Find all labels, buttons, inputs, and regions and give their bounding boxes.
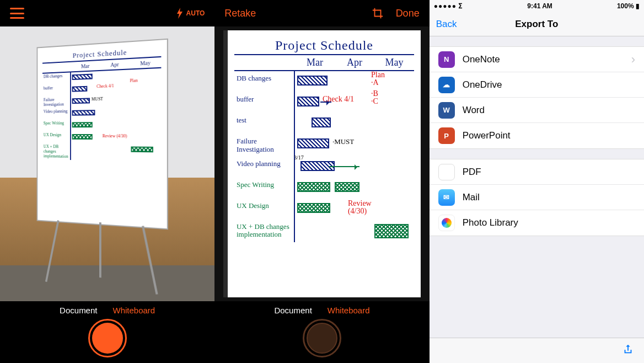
flash-toggle[interactable]: AUTO bbox=[176, 8, 205, 19]
export-label: Photo Library bbox=[463, 217, 518, 228]
mode-document-2[interactable]: Document bbox=[274, 306, 312, 315]
status-time: 9:41 AM bbox=[527, 2, 552, 10]
export-title: Export To bbox=[515, 19, 558, 30]
export-label: PDF bbox=[463, 167, 481, 178]
wb-month-apr: Apr bbox=[335, 55, 374, 71]
camera-viewfinder[interactable]: Project Schedule Mar Apr May DB changes … bbox=[0, 26, 214, 301]
export-label: Word bbox=[463, 105, 485, 116]
wb-note-check: Check 4/1 bbox=[323, 95, 354, 103]
easel-whiteboard: Project Schedule Mar Apr May DB changes … bbox=[37, 39, 168, 230]
export-panel: ●●●●● ⵉ 9:41 AM 100% ▮ Back Export To N … bbox=[430, 0, 644, 363]
wb-row-spec: Spec Writing bbox=[234, 178, 295, 199]
ios-status-bar: ●●●●● ⵉ 9:41 AM 100% ▮ bbox=[430, 0, 644, 12]
mode-document[interactable]: Document bbox=[60, 306, 97, 315]
pdf-icon: PDF bbox=[438, 164, 455, 180]
word-icon: W bbox=[438, 102, 455, 119]
capture-mode-strip[interactable]: Document Whiteboard bbox=[60, 301, 155, 315]
back-button[interactable]: Back bbox=[436, 19, 457, 30]
mode-whiteboard-2[interactable]: Whiteboard bbox=[328, 306, 370, 315]
flash-mode-label: AUTO bbox=[186, 9, 205, 17]
export-label: Mail bbox=[463, 192, 480, 203]
review-bottom-bar: Document Whiteboard bbox=[214, 301, 429, 363]
menu-icon[interactable] bbox=[10, 8, 24, 19]
export-word[interactable]: W Word bbox=[430, 98, 644, 123]
mail-icon: ✉ bbox=[438, 189, 455, 206]
processed-whiteboard: Project Schedule Mar Apr May DB changes … bbox=[223, 30, 421, 297]
shutter-button-disabled bbox=[303, 319, 341, 357]
wb-row-failure: Failure Investigation bbox=[234, 134, 295, 157]
retake-button[interactable]: Retake bbox=[224, 8, 256, 19]
share-icon[interactable] bbox=[622, 343, 634, 359]
export-group-apps: N OneNote › ☁ OneDrive W Word P PowerPoi… bbox=[430, 46, 644, 149]
wb-row-uxdb: UX + DB changes implementation bbox=[234, 220, 295, 242]
shutter-button[interactable] bbox=[88, 319, 127, 357]
wb-month-mar: Mar bbox=[295, 55, 335, 71]
done-button[interactable]: Done bbox=[396, 8, 420, 19]
wb-row-test: test bbox=[234, 113, 295, 134]
export-label: PowerPoint bbox=[463, 130, 511, 141]
onedrive-icon: ☁ bbox=[438, 77, 455, 93]
export-powerpoint[interactable]: P PowerPoint bbox=[430, 123, 644, 148]
camera-panel: AUTO Project Schedule Mar Apr May DB cha… bbox=[0, 0, 214, 363]
crop-icon[interactable] bbox=[372, 7, 384, 19]
chevron-right-icon: › bbox=[631, 52, 635, 67]
review-mode-strip[interactable]: Document Whiteboard bbox=[274, 301, 369, 315]
review-topbar: Retake Done bbox=[214, 0, 429, 26]
export-onenote[interactable]: N OneNote › bbox=[430, 47, 644, 72]
signal-icon: ●●●●● ⵉ bbox=[434, 2, 463, 10]
wb-row-ux: UX Design bbox=[234, 199, 295, 220]
export-toolbar bbox=[430, 338, 644, 363]
photos-icon bbox=[438, 215, 455, 231]
wb-row-buffer: buffer bbox=[234, 92, 295, 113]
camera-topbar: AUTO bbox=[0, 0, 214, 26]
powerpoint-icon: P bbox=[438, 127, 455, 144]
onenote-icon: N bbox=[438, 51, 455, 68]
flash-icon bbox=[176, 8, 183, 19]
export-label: OneNote bbox=[463, 54, 500, 65]
wb-note-review: Review (4/30) bbox=[348, 200, 374, 215]
camera-bottom-bar: Document Whiteboard bbox=[0, 301, 214, 363]
status-battery: 100% ▮ bbox=[617, 2, 640, 10]
export-mail[interactable]: ✉ Mail bbox=[430, 185, 644, 210]
export-photo-library[interactable]: Photo Library bbox=[430, 210, 644, 236]
export-pdf[interactable]: PDF PDF bbox=[430, 159, 644, 185]
wb-month-may: May bbox=[374, 55, 414, 71]
export-onedrive[interactable]: ☁ OneDrive bbox=[430, 72, 644, 98]
mode-whiteboard[interactable]: Whiteboard bbox=[112, 306, 155, 315]
review-panel: Retake Done Project Schedule Mar Apr May… bbox=[214, 0, 429, 363]
wb-row-video: Video planning bbox=[234, 157, 295, 178]
export-label: OneDrive bbox=[463, 79, 502, 90]
review-image-area[interactable]: Project Schedule Mar Apr May DB changes … bbox=[214, 26, 429, 301]
export-group-system: PDF PDF ✉ Mail Photo Library bbox=[430, 159, 644, 236]
wb-title: Project Schedule bbox=[234, 38, 414, 55]
wb-row-db: DB changes bbox=[234, 71, 295, 92]
export-navbar: Back Export To bbox=[430, 12, 644, 36]
